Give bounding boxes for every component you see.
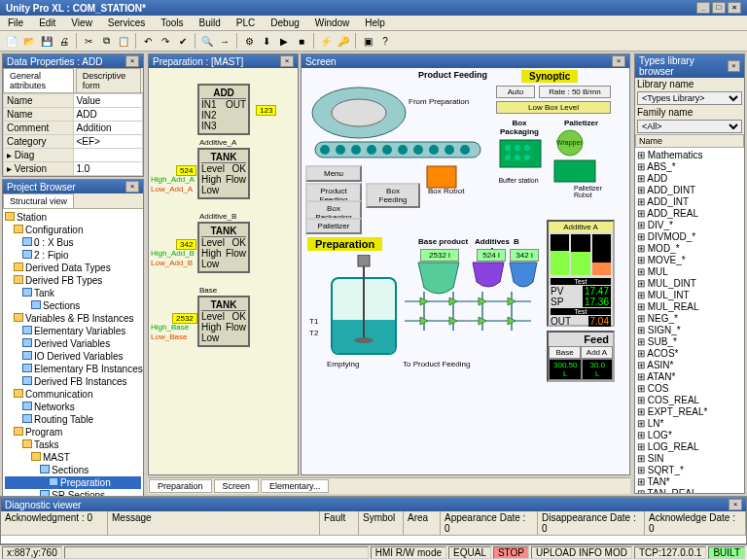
lib-item[interactable]: ⊞ TAN_REAL [637, 488, 742, 493]
search-icon[interactable]: 🔍 [199, 33, 215, 49]
tree-item[interactable]: Networks [5, 401, 141, 413]
function-block[interactable]: ADDIN1OUTIN2IN3 [197, 84, 250, 135]
lib-item[interactable]: ⊞ DIVMOD_* [637, 231, 742, 243]
tree-item[interactable]: Elementary FB Instances [5, 363, 141, 375]
paste-icon[interactable]: 📋 [116, 33, 131, 49]
lib-item[interactable]: ⊞ LOG_REAL [637, 441, 742, 453]
menu-window[interactable]: Window [311, 17, 354, 29]
project-tree[interactable]: StationConfiguration0 : X Bus2 : FipioDe… [3, 209, 143, 496]
lib-item[interactable]: ⊞ ABS_* [637, 161, 742, 173]
lib-item[interactable]: ⊞ COS [637, 383, 742, 395]
tree-item[interactable]: Routing Table [5, 413, 141, 426]
menu-plc[interactable]: PLC [232, 17, 259, 29]
tree-item[interactable]: Configuration [5, 224, 141, 236]
redo-icon[interactable]: ↷ [158, 33, 173, 49]
test-button-2[interactable]: Test [551, 308, 611, 315]
close-icon[interactable]: × [728, 2, 741, 14]
lib-item[interactable]: ⊞ ADD [637, 173, 742, 185]
download-icon[interactable]: ⬇ [259, 33, 274, 49]
tree-item[interactable]: SR Sections [5, 489, 141, 496]
print-icon[interactable]: 🖨 [56, 33, 72, 49]
tree-item[interactable]: Derived Variables [5, 337, 141, 350]
lib-item[interactable]: ⊞ NEG_* [637, 313, 742, 325]
library-select[interactable]: <Types Library> [637, 91, 742, 105]
lib-item[interactable]: ⊞ MUL_INT [637, 290, 742, 301]
lib-item[interactable]: ⊞ LOG* [637, 430, 742, 441]
minimize-icon[interactable]: _ [696, 2, 710, 14]
tree-item[interactable]: Derived FB Types [5, 274, 141, 287]
run-icon[interactable]: ▶ [276, 33, 292, 49]
panel-close-icon[interactable]: × [125, 55, 139, 67]
lib-item[interactable]: ⊞ ACOS* [637, 348, 742, 360]
menu-button[interactable]: Menu [305, 165, 362, 182]
tree-item[interactable]: MAST [5, 451, 141, 464]
tree-item[interactable]: Variables & FB Instances [5, 312, 141, 325]
library-tree[interactable]: ⊞ Mathematics⊞ ABS_*⊞ ADD⊞ ADD_DINT⊞ ADD… [635, 148, 744, 493]
lib-item[interactable]: ⊞ MOD_* [637, 243, 742, 255]
lib-item[interactable]: ⊞ SQRT_* [637, 465, 742, 476]
tab-general-attrs[interactable]: General attributes [3, 68, 74, 92]
lib-item[interactable]: ⊞ ASIN* [637, 360, 742, 371]
panel-close-icon[interactable]: × [280, 55, 294, 67]
lib-item[interactable]: ⊞ SIN [637, 453, 742, 465]
synoptic-screen[interactable]: Product Feeding Synoptic Auto Rate : 50 … [302, 68, 629, 474]
menu-help[interactable]: Help [361, 17, 389, 29]
lib-item[interactable]: ⊞ MUL_DINT [637, 278, 742, 290]
open-icon[interactable]: 📂 [21, 33, 37, 49]
tree-item[interactable]: IO Derived Variables [5, 350, 141, 363]
save-icon[interactable]: 💾 [39, 33, 54, 49]
menu-services[interactable]: Services [104, 17, 149, 29]
lib-item[interactable]: ⊞ MOVE_* [637, 255, 742, 266]
box-feeding-button[interactable]: Box Feeding [366, 183, 420, 208]
tree-item[interactable]: Tasks [5, 438, 141, 451]
goto-icon[interactable]: → [217, 33, 232, 49]
tab-descriptive[interactable]: Descriptive form [76, 68, 141, 92]
panel-close-icon[interactable]: × [728, 60, 740, 72]
tree-item[interactable]: Derived FB Instances [5, 375, 141, 388]
tree-item[interactable]: Derived Data Types [5, 262, 141, 274]
tree-item[interactable]: Program [5, 426, 141, 438]
animate-icon[interactable]: ⚡ [318, 33, 334, 49]
tree-item[interactable]: Station [5, 211, 141, 224]
lib-item[interactable]: ⊞ LN* [637, 418, 742, 430]
tree-item[interactable]: Preparation [5, 476, 141, 489]
tree-item[interactable]: Sections [5, 299, 141, 312]
tab-screen[interactable]: Screen [214, 479, 260, 493]
validate-icon[interactable]: ✔ [175, 33, 191, 49]
menu-tools[interactable]: Tools [157, 17, 187, 29]
tree-item[interactable]: Sections [5, 464, 141, 476]
menu-build[interactable]: Build [196, 17, 225, 29]
cut-icon[interactable]: ✂ [81, 33, 96, 49]
menu-file[interactable]: File [4, 17, 27, 29]
lib-item[interactable]: ⊞ MUL_REAL [637, 301, 742, 313]
build-icon[interactable]: ⚙ [241, 33, 257, 49]
palletizer-button[interactable]: Palletizer [305, 218, 362, 234]
lib-item[interactable]: ⊞ ADD_INT [637, 196, 742, 208]
tree-item[interactable]: 0 : X Bus [5, 236, 141, 249]
lib-item[interactable]: ⊞ MUL [637, 266, 742, 278]
function-block[interactable]: TANKLevelOKHighFlowLow [197, 296, 250, 347]
lib-item[interactable]: ⊞ ATAN* [637, 371, 742, 383]
function-block[interactable]: TANKLevelOKHighFlowLow [197, 148, 250, 199]
maximize-icon[interactable]: □ [712, 2, 726, 14]
window-icon[interactable]: ▣ [360, 33, 375, 49]
help-icon[interactable]: ? [377, 33, 393, 49]
tree-item[interactable]: Communication [5, 388, 141, 401]
panel-close-icon[interactable]: × [729, 499, 742, 510]
lib-item[interactable]: ⊞ COS_REAL [637, 395, 742, 406]
new-icon[interactable]: 📄 [4, 33, 19, 49]
tree-item[interactable]: Tank [5, 287, 141, 299]
menu-debug[interactable]: Debug [267, 17, 302, 29]
menu-edit[interactable]: Edit [35, 17, 59, 29]
test-button[interactable]: Test [551, 278, 611, 285]
tab-structural[interactable]: Structural view [3, 193, 74, 208]
tree-item[interactable]: 2 : Fipio [5, 249, 141, 262]
tab-preparation[interactable]: Preparation [149, 479, 212, 493]
lib-item[interactable]: ⊞ Mathematics [637, 150, 742, 161]
lib-item[interactable]: ⊞ ADD_DINT [637, 185, 742, 196]
fbd-editor[interactable]: ADDIN1OUTIN2IN3123Additive_ATANKLevelOKH… [149, 68, 298, 474]
lib-item[interactable]: ⊞ TAN* [637, 476, 742, 488]
lib-item[interactable]: ⊞ SUB_* [637, 336, 742, 348]
copy-icon[interactable]: ⧉ [98, 33, 114, 49]
menu-view[interactable]: View [67, 17, 96, 29]
